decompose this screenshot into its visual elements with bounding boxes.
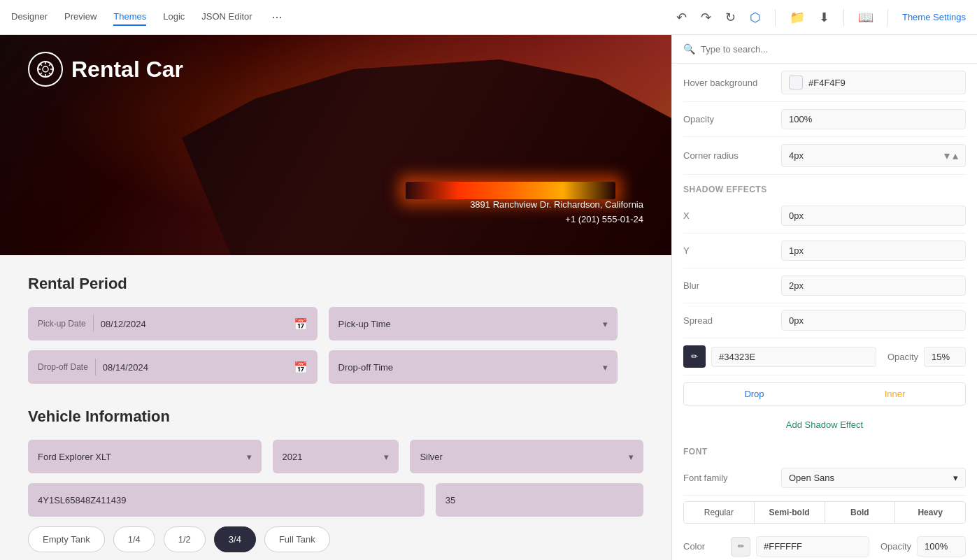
svg-line-9 xyxy=(40,73,42,75)
vehicle-mileage-field[interactable]: 35 xyxy=(436,483,643,517)
settings-body: Hover background #F4F4F9 Opacity 100% Co… xyxy=(672,64,977,560)
tank-half-button[interactable]: 1/2 xyxy=(164,526,206,552)
shadow-blur-row: Blur 2px xyxy=(683,268,966,303)
shadow-y-label: Y xyxy=(683,245,781,256)
corner-radius-decrease-button[interactable]: ▾ xyxy=(944,149,950,162)
hover-bg-color-value: #F4F4F9 xyxy=(808,78,846,88)
refresh-button[interactable]: ↻ xyxy=(722,7,739,28)
svg-line-7 xyxy=(49,73,51,75)
fill-button[interactable]: ⬡ xyxy=(747,7,764,28)
color-opacity-box[interactable]: 100% xyxy=(917,536,966,557)
theme-settings-link[interactable]: Theme Settings xyxy=(902,12,966,22)
pickup-time-label: Pick-up Time xyxy=(338,319,604,329)
vehicle-vin-value: 4Y1SL65848Z411439 xyxy=(38,495,415,505)
inner-tab-button[interactable]: Inner xyxy=(825,383,965,405)
main-layout: Rental Car 3891 Ranchview Dr. Richardson… xyxy=(0,35,977,560)
dropoff-date-field[interactable]: Drop-off Date 08/14/2024 📅 xyxy=(28,350,318,384)
font-bold-button[interactable]: Bold xyxy=(825,502,896,523)
font-regular-button[interactable]: Regular xyxy=(684,502,755,523)
more-options-button[interactable]: ··· xyxy=(269,7,285,27)
shadow-hex-box[interactable]: #34323E xyxy=(711,347,876,367)
color-row: Color ✏ #FFFFFF Opacity 100% xyxy=(683,529,966,560)
top-nav: Designer Preview Themes Logic JSON Edito… xyxy=(0,0,977,35)
color-pencil-button[interactable]: ✏ xyxy=(731,537,750,557)
hover-bg-swatch xyxy=(789,76,803,89)
shadow-y-value: 1px xyxy=(789,245,804,256)
opacity-label: Opacity xyxy=(683,114,781,124)
undo-button[interactable]: ↶ xyxy=(673,7,690,28)
redo-button[interactable]: ↷ xyxy=(698,7,714,28)
shadow-opacity-label: Opacity xyxy=(887,352,918,362)
book-button[interactable]: 📖 xyxy=(855,7,876,28)
shadow-color-row: ✏ #34323E Opacity 15% xyxy=(683,338,966,375)
nav-tab-designer[interactable]: Designer xyxy=(11,8,48,26)
nav-tab-themes[interactable]: Themes xyxy=(113,8,146,26)
hover-bg-value-box[interactable]: #F4F4F9 xyxy=(781,71,966,94)
nav-right-divider xyxy=(887,9,888,26)
shadow-x-row: X 0px xyxy=(683,199,966,234)
nav-tabs: Designer Preview Themes Logic JSON Edito… xyxy=(11,7,285,27)
color-opacity-label: Opacity xyxy=(880,541,911,552)
calendar-icon: 📅 xyxy=(294,317,308,331)
shadow-opacity-box[interactable]: 15% xyxy=(924,347,966,367)
vehicle-vin-field[interactable]: 4Y1SL65848Z411439 xyxy=(28,483,425,517)
hero-address-line1: 3891 Ranchview Dr. Richardson, Californi… xyxy=(470,198,643,213)
pencil-icon: ✏ xyxy=(691,352,698,361)
opacity-value-box[interactable]: 100% xyxy=(781,109,966,129)
font-heavy-button[interactable]: Heavy xyxy=(895,502,965,523)
vehicle-info-title: Vehicle Information xyxy=(28,408,643,426)
color-hex-box[interactable]: #FFFFFF xyxy=(756,536,869,557)
font-semibold-button[interactable]: Semi-bold xyxy=(755,502,825,523)
nav-tab-logic[interactable]: Logic xyxy=(163,8,185,26)
nav-tab-preview[interactable]: Preview xyxy=(64,8,97,26)
shadow-y-box[interactable]: 1px xyxy=(781,240,966,261)
color-opacity-value: 100% xyxy=(925,541,948,552)
nav-divider xyxy=(775,9,776,26)
settings-panel: 🔍 Hover background #F4F4F9 Opacity 100% xyxy=(671,35,977,560)
drop-tab-button[interactable]: Drop xyxy=(684,383,825,405)
font-family-label: Font family xyxy=(683,473,781,483)
corner-radius-value: 4px xyxy=(789,150,941,161)
svg-line-8 xyxy=(49,64,51,66)
vehicle-year-field[interactable]: 2021 ▾ xyxy=(273,440,399,473)
shadow-blur-box[interactable]: 2px xyxy=(781,275,966,296)
hero-logo: Rental Car xyxy=(28,52,183,87)
vehicle-color-field[interactable]: Silver ▾ xyxy=(410,440,643,473)
tank-quarter-button[interactable]: 1/4 xyxy=(113,526,155,552)
nav-tab-json[interactable]: JSON Editor xyxy=(201,8,252,26)
font-family-value: Open Sans xyxy=(789,473,834,483)
folder-button[interactable]: 📁 xyxy=(787,7,808,28)
tank-full-button[interactable]: Full Tank xyxy=(264,526,330,552)
shadow-x-box[interactable]: 0px xyxy=(781,206,966,226)
font-family-dropdown[interactable]: Open Sans ▾ xyxy=(781,468,966,488)
shadow-spread-value: 0px xyxy=(789,315,804,326)
corner-radius-increase-button[interactable]: ▴ xyxy=(953,149,958,162)
vehicle-model-field[interactable]: Ford Explorer XLT ▾ xyxy=(28,440,262,473)
font-weight-row: Regular Semi-bold Bold Heavy xyxy=(683,501,966,524)
dropoff-time-field[interactable]: Drop-off Time ▾ xyxy=(329,350,618,384)
dropdown-arrow-icon-2: ▾ xyxy=(603,362,608,373)
add-shadow-link[interactable]: Add Shadow Effect xyxy=(683,412,966,437)
hero-logo-text: Rental Car xyxy=(71,57,183,82)
pickup-time-field[interactable]: Pick-up Time ▾ xyxy=(329,307,618,340)
dropoff-time-label: Drop-off Time xyxy=(338,362,604,373)
form-panel: Rental Car 3891 Ranchview Dr. Richardson… xyxy=(0,35,671,560)
dropoff-date-label: Drop-off Date xyxy=(38,362,88,372)
svg-point-1 xyxy=(43,66,48,72)
shadow-effects-subtitle: Shadow effects xyxy=(683,175,966,199)
rental-period-title: Rental Period xyxy=(28,275,643,293)
download-button[interactable]: ⬇ xyxy=(816,7,832,28)
shadow-color-swatch-button[interactable]: ✏ xyxy=(683,345,706,368)
shadow-opacity-value: 15% xyxy=(932,352,950,362)
tank-three-quarter-button[interactable]: 3/4 xyxy=(214,526,256,552)
settings-search-input[interactable] xyxy=(701,44,966,55)
dropdown-arrow-icon: ▾ xyxy=(603,319,608,329)
corner-radius-box[interactable]: 4px ▾ ▴ xyxy=(781,144,966,167)
vehicle-row2: 4Y1SL65848Z411439 35 xyxy=(28,483,643,517)
pickup-date-field[interactable]: Pick-up Date 08/12/2024 📅 xyxy=(28,307,318,340)
shadow-blur-value: 2px xyxy=(789,280,804,291)
rental-period-row2: Drop-off Date 08/14/2024 📅 Drop-off Time… xyxy=(28,350,643,384)
tank-empty-button[interactable]: Empty Tank xyxy=(28,526,105,552)
shadow-spread-box[interactable]: 0px xyxy=(781,310,966,331)
field-divider-2 xyxy=(95,359,96,375)
